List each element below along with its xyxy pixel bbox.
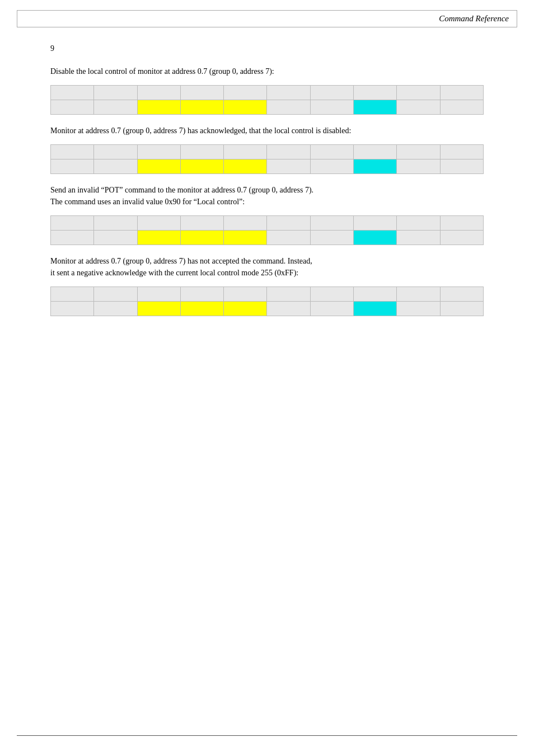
table-cell: [224, 287, 267, 302]
table-cell: [137, 216, 180, 231]
section-4-table: [50, 287, 484, 316]
table-cell: [310, 287, 353, 302]
table-cell: [224, 216, 267, 231]
table-cell: [310, 86, 353, 100]
section-1-table: [50, 85, 484, 115]
table-cell: [440, 302, 483, 316]
page-header: Command Reference: [17, 10, 517, 27]
section-2: Monitor at address 0.7 (group 0, address…: [50, 125, 484, 174]
table-cell: [440, 159, 483, 174]
section-3: Send an invalid “POT” command to the mon…: [50, 184, 484, 245]
table-cell: [354, 145, 397, 159]
table-cell: [94, 159, 137, 174]
section-3-table: [50, 215, 484, 245]
table-cell: [310, 100, 353, 115]
table-cell: [180, 287, 223, 302]
section-4: Monitor at address 0.7 (group 0, address…: [50, 255, 484, 316]
section-1-text: Disable the local control of monitor at …: [50, 65, 484, 77]
table-cell: [397, 287, 440, 302]
page-number: 9: [50, 44, 484, 53]
table-cell: [137, 159, 180, 174]
table-cell: [51, 159, 94, 174]
table-cell: [267, 216, 310, 231]
table-cell: [354, 287, 397, 302]
section-3-line1: Send an invalid “POT” command to the mon…: [50, 186, 313, 194]
table-cell: [440, 86, 483, 100]
table-cell: [267, 231, 310, 245]
table-row: [51, 86, 484, 100]
table-row: [51, 231, 484, 245]
header-title: Command Reference: [439, 14, 509, 23]
table-row: [51, 100, 484, 115]
table-cell: [310, 159, 353, 174]
table-cell: [440, 100, 483, 115]
section-4-text: Monitor at address 0.7 (group 0, address…: [50, 255, 484, 279]
table-cell: [354, 100, 397, 115]
table-row: [51, 302, 484, 316]
table-cell: [397, 302, 440, 316]
table-cell: [137, 145, 180, 159]
table-cell: [180, 145, 223, 159]
table-cell: [180, 231, 223, 245]
table-cell: [440, 231, 483, 245]
table-cell: [267, 100, 310, 115]
table-cell: [267, 86, 310, 100]
section-4-line2: it sent a negative acknowledge with the …: [50, 269, 298, 277]
table-cell: [137, 302, 180, 316]
table-cell: [51, 216, 94, 231]
table-cell: [267, 159, 310, 174]
table-cell: [137, 86, 180, 100]
table-cell: [51, 302, 94, 316]
table-cell: [94, 231, 137, 245]
table-cell: [354, 216, 397, 231]
table-cell: [397, 216, 440, 231]
table-cell: [310, 145, 353, 159]
table-cell: [94, 287, 137, 302]
table-row: [51, 145, 484, 159]
table-cell: [267, 287, 310, 302]
table-cell: [354, 302, 397, 316]
table-cell: [224, 302, 267, 316]
table-cell: [224, 100, 267, 115]
table-cell: [397, 159, 440, 174]
table-cell: [94, 86, 137, 100]
table-cell: [137, 287, 180, 302]
table-row: [51, 287, 484, 302]
section-3-line2: The command uses an invalid value 0x90 f…: [50, 198, 245, 206]
table-cell: [180, 100, 223, 115]
table-cell: [224, 231, 267, 245]
table-cell: [180, 216, 223, 231]
table-cell: [224, 145, 267, 159]
section-2-text: Monitor at address 0.7 (group 0, address…: [50, 125, 484, 137]
table-cell: [354, 159, 397, 174]
table-cell: [224, 159, 267, 174]
table-cell: [440, 216, 483, 231]
page-footer: [17, 735, 517, 739]
table-cell: [354, 86, 397, 100]
table-cell: [440, 145, 483, 159]
table-cell: [180, 159, 223, 174]
table-cell: [397, 100, 440, 115]
page-content: 9 Disable the local control of monitor a…: [0, 27, 534, 360]
table-cell: [94, 100, 137, 115]
section-2-table: [50, 144, 484, 174]
section-1: Disable the local control of monitor at …: [50, 65, 484, 115]
table-cell: [180, 302, 223, 316]
table-cell: [224, 86, 267, 100]
table-cell: [51, 287, 94, 302]
table-cell: [440, 287, 483, 302]
section-4-line1: Monitor at address 0.7 (group 0, address…: [50, 257, 312, 265]
table-row: [51, 159, 484, 174]
table-cell: [397, 145, 440, 159]
section-3-text1: Send an invalid “POT” command to the mon…: [50, 184, 484, 208]
table-cell: [94, 145, 137, 159]
table-cell: [397, 86, 440, 100]
table-cell: [137, 100, 180, 115]
table-cell: [94, 302, 137, 316]
table-cell: [310, 302, 353, 316]
table-cell: [354, 231, 397, 245]
table-cell: [51, 100, 94, 115]
table-cell: [51, 145, 94, 159]
table-cell: [94, 216, 137, 231]
table-cell: [267, 145, 310, 159]
